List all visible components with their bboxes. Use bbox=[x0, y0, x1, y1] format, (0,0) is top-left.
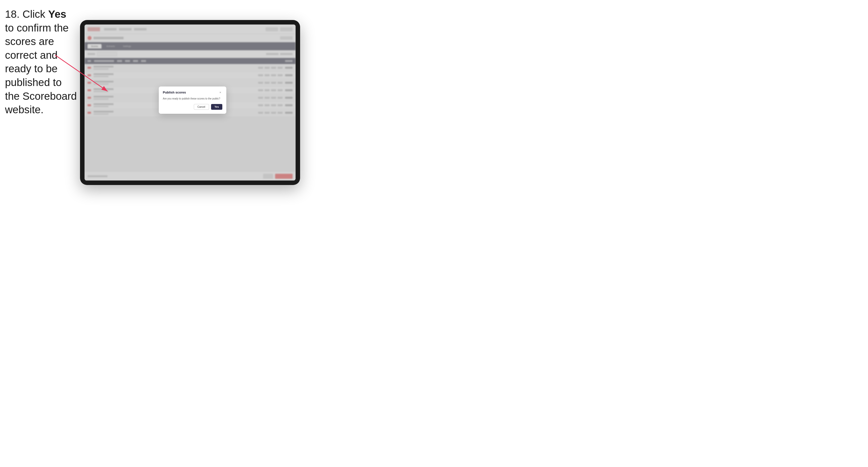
dialog-close-button[interactable]: × bbox=[218, 91, 222, 94]
tablet-screen: Scores Entrants Settings bbox=[85, 25, 296, 181]
step-number: 18. bbox=[5, 8, 20, 20]
dialog-title: Publish scores bbox=[163, 91, 186, 94]
dialog-cancel-button[interactable]: Cancel bbox=[194, 104, 209, 110]
tablet-device: Scores Entrants Settings bbox=[80, 20, 300, 185]
dialog-header: Publish scores × bbox=[163, 91, 222, 94]
dialog-yes-button[interactable]: Yes bbox=[211, 104, 222, 110]
instruction-part2: to confirm the scores are correct and re… bbox=[5, 22, 77, 116]
instruction-text: 18. Click Yes to confirm the scores are … bbox=[5, 7, 78, 117]
dialog-footer: Cancel Yes bbox=[163, 104, 222, 110]
modal-overlay: Publish scores × Are you ready to publis… bbox=[85, 25, 296, 181]
instruction-part1: Click bbox=[20, 8, 48, 20]
dialog-message: Are you ready to publish these scores to… bbox=[163, 97, 222, 100]
instruction-bold: Yes bbox=[48, 8, 66, 20]
publish-scores-dialog: Publish scores × Are you ready to publis… bbox=[159, 87, 226, 114]
